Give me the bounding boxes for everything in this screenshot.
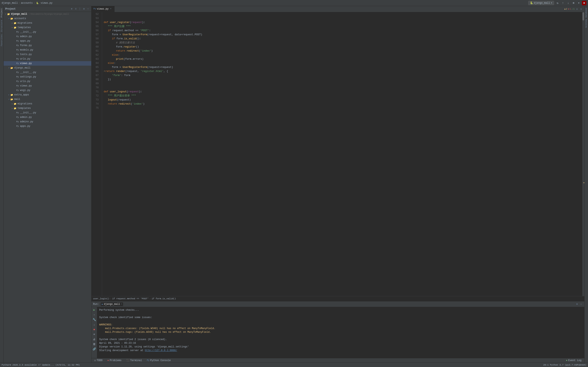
run-tab-close[interactable]: × [121,303,122,305]
bottom-tab-todo[interactable]: ☑ TODO [93,359,104,362]
editor-scrollbar-thumb[interactable] [582,12,584,20]
tree-label-adminx: adminx.py [20,120,33,123]
right-sidebar-label-database[interactable]: Database [585,7,588,18]
tree-item-django-mall[interactable]: 📂 django_mall [4,66,91,70]
project-panel: Project ⊕ ≡ ⋮ ⚙ — 📁 django_mall ~/Docume… [4,6,91,363]
refresh-button[interactable]: ↻ [555,1,560,5]
tree-item-templates-2[interactable]: 📁 templates [4,106,91,110]
tree-item-init-1[interactable]: Py __init__.py [4,30,91,34]
project-selector-icon: 🐍 [530,1,533,4]
stop-button[interactable]: ■ [582,1,586,5]
action-button[interactable]: ⊕ [571,1,576,5]
tree-item-urls-1[interactable]: Py urls.py [4,57,91,61]
run-stop-button[interactable]: ■ [92,327,96,332]
folder-icon-migrations-2: 📁 [13,102,17,105]
tree-item-mall[interactable]: 📂 mall [4,97,91,101]
run-wrench-button[interactable]: 🔧 [92,318,96,322]
panel-header: Project ⊕ ≡ ⋮ ⚙ — [4,6,91,12]
settings-icon[interactable]: ⚙ [82,7,86,11]
tab-bar: Py views.py × ▲ 2 ● 1 ✓ 1 ∧ ∨ [91,6,584,12]
tree-item-admin-1[interactable]: Py admin.py [4,34,91,39]
code-content[interactable]: def user_register(request): """ 用户注册 """… [102,12,582,296]
output-line-8 [99,334,582,338]
hide-icon[interactable]: — [86,7,90,11]
code-line-59: # 调用注册方法 [104,41,581,45]
bottom-tab-event-log[interactable]: ● Event Log [565,359,583,362]
tree-item-tests[interactable]: Py tests.py [4,52,91,57]
sidebar-label-project[interactable]: Project [0,7,3,19]
expand-all-icon[interactable]: ⋮ [78,7,81,11]
sidebar-label-favorites[interactable]: Favorites [0,33,3,48]
tree-arrow-django-mall [8,67,10,69]
tree-item-accounts[interactable]: 📂 accounts [4,16,91,21]
tree-label-admin-2: admin.py [20,116,32,119]
folder-icon-mall: 📂 [10,98,13,101]
run-trash-button[interactable]: 🗑 [92,342,96,346]
right-sidebar-label-sciview[interactable]: SciView [585,18,588,29]
tree-item-init-3[interactable]: Py __init__.py [4,110,91,115]
bottom-tab-problems[interactable]: ● Problems [106,359,123,362]
breadcrumb-bar-item-3[interactable]: if form.is_valid() [152,298,176,300]
tree-item-root[interactable]: 📁 django_mall ~/Documents/Django/django_… [4,12,91,16]
breadcrumb-bar-item-1[interactable]: user_login() [93,298,109,300]
collapse-all-icon[interactable]: ≡ [74,7,77,11]
tree-item-adminx[interactable]: Py adminx.py [4,119,91,124]
breadcrumb-item-project[interactable]: django_mall [2,2,18,4]
code-editor: 52 53 54 55 56 57 58 59 60 61 62 63 64 6… [91,12,584,296]
breadcrumb-item-accounts[interactable]: accounts [21,2,33,4]
tree-arrow-templates-1 [11,26,13,29]
breadcrumb-bar-item-2[interactable]: if request.method == 'POST' [112,298,149,300]
bottom-tab-terminal[interactable]: ⬛ Terminal [125,359,143,362]
tree-item-extra-apps[interactable]: 📁 extra_apps [4,92,91,97]
output-line-4 [99,319,582,323]
tab-close-button[interactable]: × [109,8,112,10]
right-sidebar-icons: Database SciView [584,6,588,363]
bottom-tab-python-console[interactable]: Py Python Console [146,359,172,362]
tree-item-views-1[interactable]: Py views.py [4,61,91,66]
tree-item-apps-1[interactable]: Py apps.py [4,39,91,43]
run-up-button[interactable]: ↑ [92,313,96,317]
dropdown-button[interactable]: ▾ [577,1,581,5]
run-tab-django-mall[interactable]: ▶ django_mall × [101,302,123,306]
tree-item-urls-2[interactable]: Py urls.py [4,79,91,83]
run-list-button[interactable]: ≡ [92,332,96,336]
revert-button[interactable]: ↓ [566,1,571,5]
run-minimize-icon[interactable]: — [579,303,583,306]
tree-item-apps-2[interactable]: Py apps.py [4,124,91,128]
tree-arrow-accounts [8,17,10,20]
tree-item-wsgi[interactable]: Py wsgi.py [4,88,91,92]
code-line-53 [104,16,581,20]
update-button[interactable]: ↑ [561,1,565,5]
run-panel: Run: ▶ django_mall × ⚙ — ▶ ↑ 🔧 ↓ ■ [91,301,584,358]
terminal-icon: ⬛ [126,359,130,362]
project-selector[interactable]: 🐍 django_mall ▾ [528,1,554,5]
tree-item-forms[interactable]: Py forms.py [4,43,91,48]
breadcrumb-item-file[interactable]: views.py [41,2,52,4]
collapse-editor-icon[interactable]: ∧ [575,8,579,11]
expand-editor-icon[interactable]: ∨ [579,8,583,11]
tree-item-init-2[interactable]: Py __init__.py [4,70,91,75]
tree-item-migrations-2[interactable]: 📁 migrations [4,101,91,106]
sidebar-label-structure[interactable]: Structure [0,19,3,33]
code-line-54: def user_register(request): [104,20,581,25]
tree-item-settings[interactable]: Py settings.py [4,75,91,79]
server-link[interactable]: http://127.0.0.1:8000/ [145,349,177,352]
problems-icon: ● [107,359,109,362]
run-down-button[interactable]: ↓ [92,323,96,327]
tree-item-views-2[interactable]: Py views.py [4,83,91,88]
tree-item-models[interactable]: Py models.py [4,48,91,52]
todo-icon: ☑ [94,359,96,362]
run-left-icons: ▶ ↑ 🔧 ↓ ■ ≡ 🖨 🗑 🔗 [91,307,97,358]
python-icon-8: Py [16,62,19,65]
run-link-button[interactable]: 🔗 [92,347,96,351]
run-play-button[interactable]: ▶ [92,308,96,312]
tree-item-templates-1[interactable]: 📁 templates [4,25,91,30]
run-output[interactable]: Performing system checks... System check… [97,307,584,358]
run-print-button[interactable]: 🖨 [92,337,96,341]
tree-item-admin-2[interactable]: Py admin.py [4,115,91,119]
sync-icon[interactable]: ⊕ [70,7,73,11]
editor-scrollbar[interactable] [582,12,584,296]
tree-item-migrations-1[interactable]: 📁 migrations [4,21,91,25]
run-settings-icon[interactable]: ⚙ [575,303,579,306]
tab-views-py[interactable]: Py views.py × [91,6,114,12]
